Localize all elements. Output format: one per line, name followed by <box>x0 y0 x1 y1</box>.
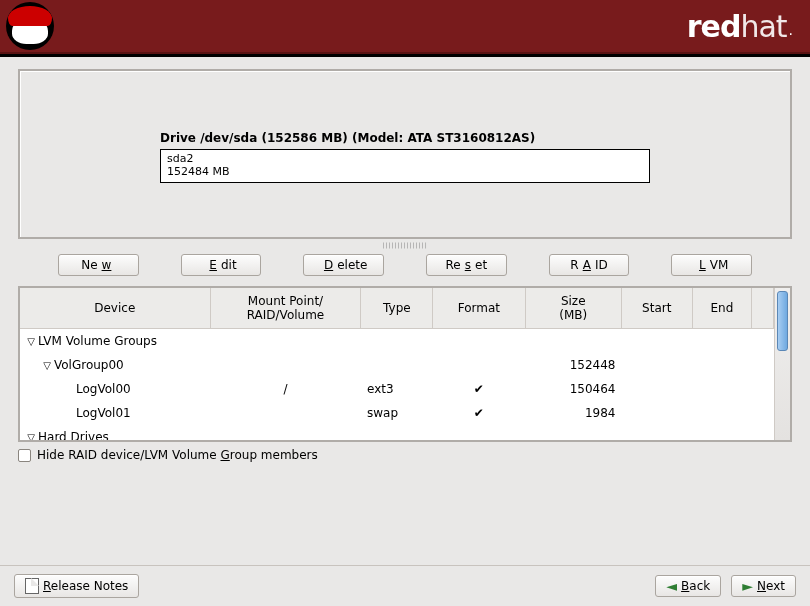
group-lvm: LVM Volume Groups <box>38 334 157 348</box>
wizard-footer: Release Notes Back Next <box>0 565 810 606</box>
table-row[interactable]: LogVol00 / ext3 ✔ 150464 <box>20 377 774 401</box>
drive-title: Drive /dev/sda (152586 MB) (Model: ATA S… <box>160 131 650 145</box>
table-row[interactable]: ▽Hard Drives <box>20 425 774 441</box>
brand-bold: red <box>687 9 741 44</box>
expander-icon[interactable]: ▽ <box>26 432 36 441</box>
new-button[interactable]: New <box>58 254 139 276</box>
table-row[interactable]: LogVol01 swap ✔ 1984 <box>20 401 774 425</box>
release-notes-button[interactable]: Release Notes <box>14 574 139 598</box>
scrollbar-thumb[interactable] <box>777 291 788 351</box>
col-size[interactable]: Size (MB) <box>525 288 621 328</box>
partition-size: 152484 MB <box>167 165 643 178</box>
drive-partition-cell[interactable]: sda2 152484 MB <box>161 150 649 182</box>
col-start[interactable]: Start <box>621 288 692 328</box>
lvm-button[interactable]: LVM <box>671 254 752 276</box>
expander-icon[interactable]: ▽ <box>26 336 36 347</box>
lv-format-check-icon: ✔ <box>433 377 525 401</box>
lv-format-check-icon: ✔ <box>433 401 525 425</box>
table-row[interactable]: ▽VolGroup00 152448 <box>20 353 774 377</box>
col-device[interactable]: Device <box>20 288 210 328</box>
arrow-right-icon <box>742 579 753 593</box>
expander-icon[interactable]: ▽ <box>42 360 52 371</box>
brand-wordmark: redhat. <box>687 9 792 44</box>
lv-name: LogVol01 <box>20 401 210 425</box>
redhat-logo-icon <box>6 2 54 50</box>
col-format[interactable]: Format <box>433 288 525 328</box>
vg-size: 152448 <box>525 353 621 377</box>
vg-name: VolGroup00 <box>54 358 124 372</box>
brand-dot: . <box>789 22 792 38</box>
col-mount[interactable]: Mount Point/ RAID/Volume <box>210 288 361 328</box>
lv-size: 150464 <box>525 377 621 401</box>
document-icon <box>25 578 39 594</box>
raid-button[interactable]: RAID <box>549 254 630 276</box>
col-spacer <box>752 288 774 328</box>
hide-members-row[interactable]: Hide RAID device/LVM Volume Group member… <box>18 448 792 462</box>
lv-mount: / <box>210 377 361 401</box>
partition-table[interactable]: Device Mount Point/ RAID/Volume Type For… <box>20 288 774 440</box>
col-type[interactable]: Type <box>361 288 433 328</box>
hide-members-label: Hide RAID device/LVM Volume Group member… <box>37 448 318 462</box>
brand-light: hat <box>740 9 786 44</box>
arrow-left-icon <box>666 579 677 593</box>
table-row[interactable]: ▽LVM Volume Groups <box>20 328 774 353</box>
back-button[interactable]: Back <box>655 575 721 597</box>
drive-partition-bar[interactable]: sda2 152484 MB <box>160 149 650 183</box>
delete-button[interactable]: Delete <box>303 254 384 276</box>
table-header-row: Device Mount Point/ RAID/Volume Type For… <box>20 288 774 328</box>
next-button[interactable]: Next <box>731 575 796 597</box>
group-hd: Hard Drives <box>38 430 109 441</box>
drive-diagram-panel: Drive /dev/sda (152586 MB) (Model: ATA S… <box>18 69 792 239</box>
lv-type: swap <box>361 401 433 425</box>
reset-button[interactable]: Reset <box>426 254 507 276</box>
partition-table-container: Device Mount Point/ RAID/Volume Type For… <box>18 286 792 442</box>
lv-size: 1984 <box>525 401 621 425</box>
hide-members-checkbox[interactable] <box>18 449 31 462</box>
col-end[interactable]: End <box>692 288 752 328</box>
table-scrollbar[interactable] <box>774 288 790 440</box>
installer-header: redhat. <box>0 0 810 54</box>
partition-name: sda2 <box>167 152 643 165</box>
pane-sash[interactable]: ||||||||||||||| <box>18 241 792 248</box>
lv-type: ext3 <box>361 377 433 401</box>
edit-button[interactable]: Edit <box>181 254 262 276</box>
partition-action-row: New Edit Delete Reset RAID LVM <box>18 254 792 276</box>
lv-name: LogVol00 <box>20 377 210 401</box>
